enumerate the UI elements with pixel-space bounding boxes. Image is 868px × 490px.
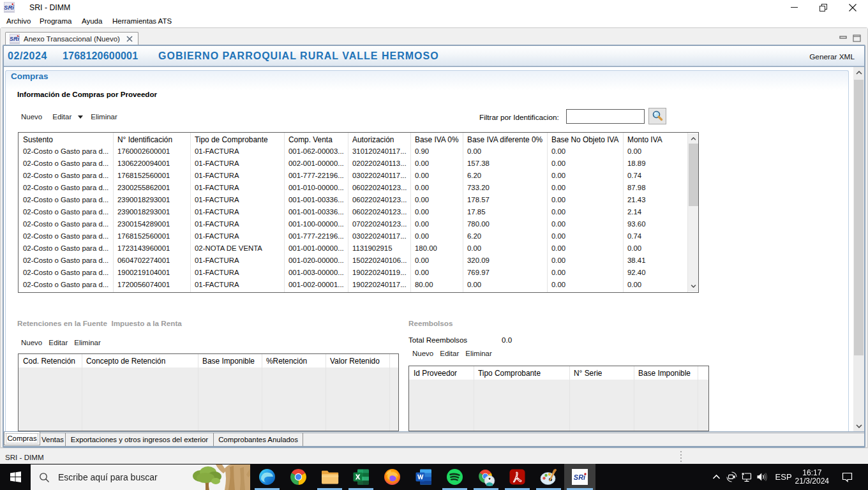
reem-eliminar-button[interactable]: Eliminar [465, 350, 492, 357]
language-indicator[interactable]: ESP [775, 472, 792, 482]
table-cell: 020220240113... [352, 160, 407, 167]
scroll-down-icon[interactable] [688, 281, 699, 292]
start-button[interactable] [0, 464, 31, 490]
column-header[interactable]: Monto IVA [627, 135, 662, 144]
column-header[interactable]: Base Imponible [638, 369, 691, 378]
table-row[interactable]: 02-Costo o Gasto para d...23900182930010… [19, 194, 698, 206]
column-header[interactable]: Base IVA diferente 0% [467, 135, 542, 144]
generar-xml-button[interactable]: Generar XML [809, 52, 855, 61]
chevron-up-icon[interactable] [712, 474, 721, 480]
table-row[interactable]: 02-Costo o Gasto para d...06047022740010… [19, 255, 698, 267]
taskbar-icon-paint[interactable] [533, 464, 564, 490]
taskbar-icon-firefox[interactable] [377, 464, 408, 490]
column-header[interactable]: Comp. Venta [288, 135, 333, 144]
table-row[interactable]: 02-Costo o Gasto para d...17231439600010… [19, 242, 698, 255]
taskbar-search[interactable]: Escribe aquí para buscar [31, 464, 250, 490]
bottom-tab-ventas[interactable]: Ventas [40, 433, 66, 446]
reem-nuevo-button[interactable]: Nuevo [412, 350, 433, 357]
column-header[interactable]: Base No Objeto IVA [551, 135, 619, 144]
column-header[interactable]: Valor Retenido [330, 357, 380, 366]
table-cell: 060220240123... [352, 196, 407, 204]
editar-button[interactable]: Editar [52, 111, 71, 122]
column-header[interactable]: Cod. Retención [23, 357, 75, 366]
scroll-up-icon[interactable] [853, 67, 864, 78]
table-header-row: Cod. RetenciónConcepto de RetenciónBase … [19, 354, 398, 367]
table-row[interactable]: 02-Costo o Gasto para d...23900182930010… [19, 206, 698, 218]
table-row[interactable]: 02-Costo o Gasto para d...17681525600010… [19, 170, 698, 182]
camera-icon[interactable] [726, 471, 737, 482]
bottom-tab-exportaciones-y-otros-in[interactable]: Exportaciones y otros ingresos del exter… [66, 433, 214, 446]
table-cell: 157.38 [467, 160, 490, 167]
column-header[interactable]: %Retención [266, 357, 307, 366]
table-scrollbar-thumb[interactable] [689, 144, 698, 206]
taskbar-icon-chrome[interactable] [283, 464, 314, 490]
ret-editar-button[interactable]: Editar [49, 339, 68, 346]
table-cell: 1723143960001 [117, 244, 170, 252]
ret-nuevo-button[interactable]: Nuevo [21, 339, 42, 346]
speaker-icon[interactable] [756, 472, 768, 482]
restore-button[interactable] [809, 0, 838, 15]
compras-table[interactable]: SustentoN° IdentificaciónTipo de Comprob… [18, 132, 699, 293]
taskbar-icon-acrobat[interactable] [502, 464, 533, 490]
view-minimize-icon[interactable] [839, 33, 848, 45]
table-row[interactable]: 02-Costo o Gasto para d...17600026000010… [19, 145, 698, 158]
filter-input[interactable] [566, 109, 645, 124]
table-row[interactable]: 02-Costo o Gasto para d...19002191040010… [19, 267, 698, 279]
section-title[interactable]: Compras [11, 71, 49, 81]
taskbar-icon-chrome-profile[interactable] [470, 464, 502, 490]
view-maximize-icon[interactable] [853, 33, 861, 45]
column-header[interactable]: N° Identificación [117, 135, 172, 144]
table-cell: 001-001-00336... [288, 208, 344, 216]
retenciones-table[interactable]: Cod. RetenciónConcepto de RetenciónBase … [18, 353, 399, 431]
bottom-tab-comprobantes-anulados[interactable]: Comprobantes Anulados [214, 433, 303, 446]
column-header[interactable]: Concepto de Retención [86, 357, 165, 366]
column-header[interactable]: Autorización [352, 135, 394, 144]
table-row[interactable]: 02-Costo o Gasto para d...23002558620010… [19, 182, 698, 194]
close-tab-icon[interactable] [126, 36, 133, 42]
taskbar-icon-edge[interactable] [251, 464, 283, 490]
taskbar-icon-sri-dimm[interactable]: SRi [564, 464, 595, 490]
column-header[interactable]: N° Serie [574, 369, 602, 378]
taskbar-icon-word[interactable] [408, 464, 439, 490]
menu-programa[interactable]: Programa [37, 16, 75, 26]
nuevo-button[interactable]: Nuevo [21, 111, 42, 122]
form-scrollbar[interactable] [853, 67, 864, 431]
table-cell: 02-Costo o Gasto para d... [23, 184, 108, 191]
eliminar-button[interactable]: Eliminar [91, 111, 117, 122]
bottom-tab-compras[interactable]: Compras [4, 432, 40, 445]
taskbar-icon-file-explorer[interactable] [314, 464, 345, 490]
table-row[interactable]: 02-Costo o Gasto para d...17681525600010… [19, 230, 698, 242]
table-scrollbar[interactable] [687, 133, 698, 292]
menu-archivo[interactable]: Archivo [4, 16, 33, 26]
menu-ayuda[interactable]: Ayuda [79, 16, 105, 26]
table-cell: 2390018293001 [117, 208, 170, 216]
taskbar-icon-excel[interactable] [345, 464, 377, 490]
action-center-icon[interactable] [842, 472, 853, 482]
scroll-up-icon[interactable] [688, 133, 699, 144]
editar-dropdown-icon[interactable] [78, 115, 83, 119]
column-header[interactable]: Tipo Comprobante [478, 369, 541, 378]
table-row[interactable]: 02-Costo o Gasto para d...17200560740010… [19, 279, 698, 291]
column-header[interactable]: Base Imponible [202, 357, 255, 366]
minimize-button[interactable] [779, 0, 809, 15]
clock[interactable]: 16:17 21/3/2024 [795, 469, 829, 486]
column-header[interactable]: Id Proveedor [414, 369, 457, 378]
network-icon[interactable] [741, 472, 752, 482]
reembolsos-table[interactable]: Id ProveedorTipo ComprobanteN° SerieBase… [408, 366, 709, 431]
form-scrollbar-thumb[interactable] [854, 80, 864, 355]
reem-editar-button[interactable]: Editar [440, 350, 459, 357]
table-row[interactable]: 02-Costo o Gasto para d...13062200940010… [19, 158, 698, 170]
column-header[interactable]: Sustento [23, 135, 53, 144]
scroll-down-icon[interactable] [853, 420, 864, 431]
table-cell: 02-Costo o Gasto para d... [23, 160, 108, 167]
tab-anexo-transaccional[interactable]: SRi Anexo Transaccional (Nuevo) [5, 32, 138, 45]
ret-eliminar-button[interactable]: Eliminar [74, 339, 101, 346]
taskbar-icon-spotify[interactable] [439, 464, 470, 490]
menu-herramientas-ats[interactable]: Herramientas ATS [110, 16, 174, 26]
table-row[interactable]: 02-Costo o Gasto para d...23001542890010… [19, 218, 698, 230]
column-header[interactable]: Base IVA 0% [415, 135, 459, 144]
tray-time: 16:17 [802, 468, 821, 477]
filter-search-button[interactable] [648, 108, 666, 124]
close-button[interactable] [838, 0, 867, 15]
column-header[interactable]: Tipo de Comprobante [195, 135, 268, 144]
